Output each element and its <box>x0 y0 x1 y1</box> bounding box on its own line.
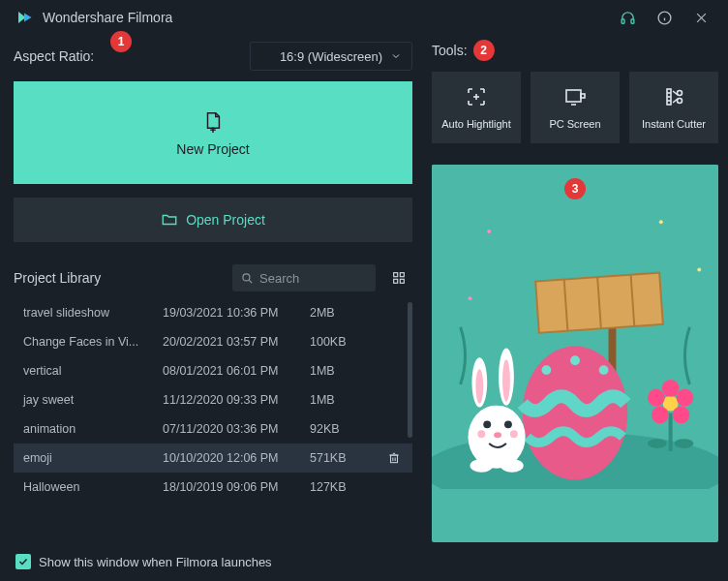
project-name: Change Faces in Vi... <box>19 335 163 349</box>
titlebar: Wondershare Filmora <box>0 0 728 35</box>
project-size: 571KB <box>310 451 381 465</box>
project-name: animation <box>19 422 163 436</box>
aspect-ratio-select[interactable]: 16:9 (Widescreen) <box>250 42 412 71</box>
svg-point-48 <box>502 359 510 401</box>
scroll-thumb[interactable] <box>408 302 412 438</box>
svg-point-64 <box>675 439 694 448</box>
svg-rect-12 <box>400 273 404 277</box>
svg-point-61 <box>652 407 669 424</box>
svg-point-68 <box>697 268 701 272</box>
open-project-label: Open Project <box>186 212 265 228</box>
tools-header: Tools: 2 <box>432 41 718 60</box>
svg-point-9 <box>243 274 250 281</box>
grid-view-button[interactable] <box>385 264 412 291</box>
delete-button[interactable] <box>381 451 407 465</box>
search-placeholder: Search <box>259 271 299 286</box>
table-row[interactable]: animation07/11/2020 03:36 PM92KB <box>14 414 412 443</box>
project-date: 08/01/2021 06:01 PM <box>163 364 310 378</box>
svg-point-63 <box>648 439 667 448</box>
svg-rect-15 <box>391 455 398 463</box>
project-name: jay sweet <box>19 393 163 407</box>
table-row[interactable]: vertical08/01/2021 06:01 PM1MB <box>14 356 412 385</box>
project-name: vertical <box>19 364 163 378</box>
project-size: 2MB <box>310 306 407 320</box>
svg-point-53 <box>510 430 518 438</box>
tool-instant-cutter[interactable]: Instant Cutter <box>629 72 718 143</box>
tool-label: Auto Hightlight <box>441 118 511 130</box>
table-row[interactable]: Change Faces in Vi...20/02/2021 03:57 PM… <box>14 327 412 356</box>
svg-point-62 <box>648 389 665 407</box>
aspect-ratio-label: Aspect Ratio: <box>14 48 94 64</box>
app-logo-icon <box>15 9 33 26</box>
folder-icon <box>161 211 178 229</box>
project-date: 18/10/2019 09:06 PM <box>163 480 310 494</box>
svg-rect-11 <box>394 273 398 277</box>
svg-point-55 <box>500 459 524 473</box>
instant-cutter-icon <box>662 85 685 108</box>
close-icon[interactable] <box>689 6 713 29</box>
project-date: 11/12/2020 09:33 PM <box>163 393 310 407</box>
app-title: Wondershare Filmora <box>43 10 172 25</box>
project-name: travel slideshow <box>19 306 163 320</box>
project-preview: 3 <box>432 165 718 542</box>
project-size: 100KB <box>310 335 407 349</box>
svg-point-52 <box>477 430 485 438</box>
svg-rect-13 <box>394 279 398 283</box>
chevron-down-icon <box>390 50 402 62</box>
open-project-button[interactable]: Open Project <box>14 198 412 242</box>
tools-row: Auto Hightlight PC Screen Instant Cutter <box>432 72 718 143</box>
project-date: 10/10/2020 12:06 PM <box>163 451 310 465</box>
table-row[interactable]: jay sweet11/12/2020 09:33 PM1MB <box>14 385 412 414</box>
tools-label: Tools: <box>432 43 468 58</box>
pc-screen-icon <box>563 85 587 108</box>
annotation-marker-2: 2 <box>473 40 495 61</box>
svg-point-29 <box>678 91 682 96</box>
tool-label: Instant Cutter <box>642 118 706 130</box>
show-on-launch-label: Show this window when Filmora launches <box>39 555 272 569</box>
svg-point-58 <box>662 380 680 397</box>
svg-rect-1 <box>631 18 634 22</box>
table-row[interactable]: emoji10/10/2020 12:06 PM571KB <box>14 443 412 473</box>
svg-point-51 <box>494 432 501 438</box>
svg-point-49 <box>483 420 491 428</box>
svg-point-50 <box>504 420 512 428</box>
svg-point-41 <box>541 365 551 375</box>
new-project-icon <box>202 108 224 134</box>
project-date: 07/11/2020 03:36 PM <box>163 422 310 436</box>
svg-point-67 <box>468 296 471 300</box>
svg-rect-23 <box>581 94 585 98</box>
aspect-ratio-value: 16:9 (Widescreen) <box>280 49 382 64</box>
svg-point-65 <box>487 229 491 233</box>
svg-point-30 <box>678 99 682 104</box>
scrollbar[interactable] <box>408 298 412 513</box>
svg-point-42 <box>570 355 580 365</box>
tool-pc-screen[interactable]: PC Screen <box>531 72 620 143</box>
show-on-launch-checkbox[interactable] <box>15 554 31 569</box>
project-name: Halloween <box>19 480 163 494</box>
svg-point-66 <box>659 220 663 224</box>
new-project-button[interactable]: New Project <box>14 81 412 184</box>
library-title: Project Library <box>14 270 101 286</box>
search-input[interactable]: Search <box>232 264 376 291</box>
annotation-marker-3: 3 <box>564 178 586 199</box>
project-size: 92KB <box>310 422 407 436</box>
project-name: emoji <box>19 451 163 465</box>
table-row[interactable]: Halloween18/10/2019 09:06 PM127KB <box>14 473 412 502</box>
svg-point-46 <box>475 369 483 404</box>
aspect-ratio-row: Aspect Ratio: 1 16:9 (Widescreen) <box>14 37 412 76</box>
preview-illustration <box>432 165 718 489</box>
search-icon <box>240 271 254 285</box>
project-date: 19/03/2021 10:36 PM <box>163 306 310 320</box>
svg-point-43 <box>599 365 609 375</box>
project-size: 1MB <box>310 393 407 407</box>
svg-point-60 <box>673 407 690 424</box>
new-project-label: New Project <box>176 141 249 157</box>
info-icon[interactable] <box>652 6 676 29</box>
table-row[interactable]: travel slideshow19/03/2021 10:36 PM2MB <box>14 298 412 327</box>
annotation-marker-1: 1 <box>110 31 132 52</box>
headphones-icon[interactable] <box>616 6 639 29</box>
svg-rect-22 <box>566 90 581 102</box>
project-size: 1MB <box>310 364 407 378</box>
tool-label: PC Screen <box>549 118 600 130</box>
tool-auto-highlight[interactable]: Auto Hightlight <box>432 72 521 143</box>
